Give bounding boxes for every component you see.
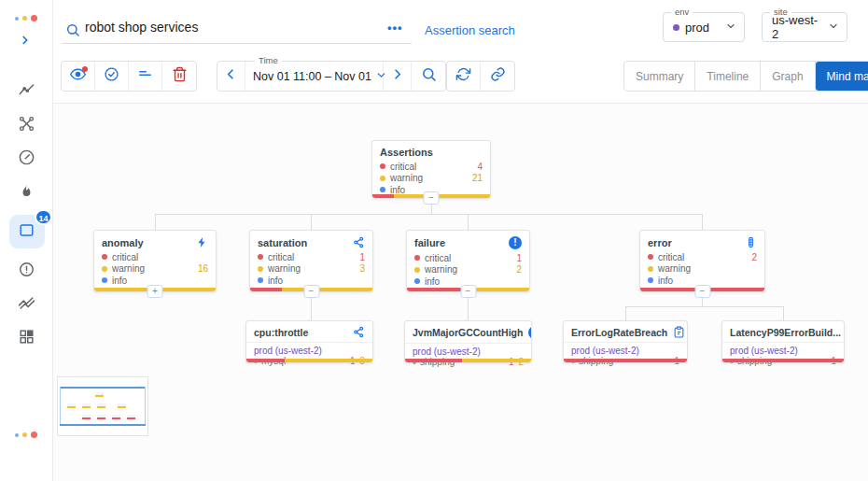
- share-link-button[interactable]: [481, 62, 514, 91]
- header: ••• Assertion search env prod site us-we…: [53, 0, 868, 56]
- search-input[interactable]: [85, 20, 365, 35]
- sidebar-expand-chevron-icon[interactable]: [19, 34, 32, 50]
- env-select[interactable]: env prod: [663, 12, 745, 42]
- collapse-button[interactable]: −: [460, 285, 476, 298]
- trend-line-icon: [18, 81, 35, 103]
- expand-button[interactable]: +: [147, 285, 163, 298]
- minimap-viewport-left: [60, 387, 61, 424]
- chevron-down-icon: [828, 21, 839, 35]
- notification-dot: [82, 66, 88, 72]
- node-assertions[interactable]: Assertions critical4 warning21 info −: [371, 140, 491, 199]
- node-jvm-major-gc-count-high[interactable]: JvmMajorGCCountHigh ! prod (us-west-2) s…: [404, 320, 532, 363]
- verified-filter-button[interactable]: [95, 62, 129, 91]
- collapse-button[interactable]: −: [694, 285, 710, 298]
- node-title: failure: [414, 237, 445, 248]
- connector: [155, 214, 703, 215]
- critical-dot-icon: [380, 163, 385, 169]
- site-select[interactable]: site us-west-2: [762, 12, 847, 42]
- tab-mind-map[interactable]: Mind map: [816, 62, 868, 91]
- node-saturation[interactable]: saturation critical1 warning3 info −: [249, 230, 373, 292]
- minimap[interactable]: [57, 376, 148, 436]
- node-failure[interactable]: failure ! critical1 warning2 info −: [406, 230, 530, 292]
- critical-dot-icon: [414, 255, 420, 261]
- row-label: info: [112, 276, 127, 286]
- delete-button[interactable]: [162, 62, 196, 91]
- minimap-node: [127, 415, 135, 419]
- row-label: critical: [268, 252, 294, 262]
- search-underline: [62, 43, 412, 44]
- critical-dot-icon: [258, 254, 263, 260]
- time-picker-label: Time: [255, 55, 282, 65]
- node-error-log-rate-breach[interactable]: ErrorLogRateBreach prod (us-west-2) ship…: [563, 320, 688, 363]
- connector: [468, 214, 469, 230]
- sidebar-item-assertions[interactable]: 14: [9, 215, 45, 248]
- search-options-icon[interactable]: •••: [387, 21, 403, 35]
- flame-icon: [18, 182, 35, 204]
- refresh-button[interactable]: [447, 62, 481, 91]
- sidebar-item-gauge[interactable]: [11, 148, 43, 170]
- chevron-down-icon: [725, 21, 736, 35]
- mindmap-canvas[interactable]: Assertions critical4 warning21 info − an…: [53, 103, 868, 481]
- minimap-node: [118, 403, 126, 408]
- exclamation-circle-icon: !: [528, 326, 531, 339]
- sidebar-item-flame[interactable]: [11, 181, 43, 204]
- node-latency-p99-error-build[interactable]: LatencyP99ErrorBuild... prod (us-west-2)…: [721, 320, 845, 363]
- sidebar-item-entity-graph[interactable]: [11, 114, 43, 136]
- double-trend-icon: [18, 294, 35, 316]
- sidebar-item-trend[interactable]: [11, 80, 43, 103]
- time-next-button[interactable]: [384, 62, 412, 91]
- row-label: critical: [658, 252, 684, 262]
- magnifier-icon: [421, 66, 437, 86]
- env-select-value: prod: [685, 21, 709, 35]
- toolbar: Time Nov 01 11:00 – Nov 01 Summary Timel…: [53, 56, 868, 103]
- log-clipboard-icon: [673, 326, 685, 338]
- node-error[interactable]: error critical2 warning info −: [639, 230, 765, 292]
- tab-timeline[interactable]: Timeline: [695, 62, 761, 91]
- critical-dot-icon: [102, 254, 107, 260]
- node-env: prod (us-west-2): [722, 343, 844, 356]
- sort-button[interactable]: [129, 62, 162, 91]
- time-zoom-button[interactable]: [412, 62, 445, 91]
- assertion-search-link[interactable]: Assertion search: [425, 23, 515, 37]
- sidebar-item-alerts[interactable]: [11, 260, 43, 282]
- sidebar-item-dashboards[interactable]: [11, 327, 43, 349]
- connector: [155, 214, 156, 230]
- time-range-picker[interactable]: Time Nov 01 11:00 – Nov 01: [245, 62, 384, 91]
- chevron-left-icon: [223, 66, 239, 86]
- node-title: Assertions: [380, 147, 433, 158]
- row-label: warning: [425, 264, 457, 275]
- row-label: critical: [425, 253, 451, 263]
- node-title: ErrorLogRateBreach: [571, 327, 667, 338]
- node-title: error: [648, 237, 672, 248]
- tab-graph[interactable]: Graph: [761, 62, 815, 91]
- node-cpu-throttle[interactable]: cpu:throttle prod (us-west-2) mysql 13: [245, 320, 373, 363]
- node-title: JvmMajorGCCountHigh: [413, 327, 523, 338]
- minimap-node: [97, 415, 105, 419]
- minimap-node: [82, 403, 91, 408]
- site-select-value: us-west-2: [772, 13, 822, 41]
- visibility-toggle-button[interactable]: [62, 62, 95, 91]
- connector: [783, 306, 784, 320]
- minimap-viewport-top: [60, 387, 146, 389]
- row-count: 16: [198, 263, 208, 274]
- sidebar: 14: [0, 0, 53, 481]
- verified-check-icon: [104, 66, 119, 86]
- info-dot-icon: [258, 277, 263, 283]
- exclamation-circle-icon: !: [509, 236, 522, 249]
- node-anomaly[interactable]: anomaly critical warning16 info +: [93, 230, 217, 292]
- row-label: info: [268, 276, 283, 286]
- gauge-icon: [18, 149, 35, 170]
- node-title: LatencyP99ErrorBuild...: [730, 327, 841, 338]
- tab-summary[interactable]: Summary: [624, 62, 695, 91]
- share-nodes-icon: [353, 326, 365, 338]
- window-dots-bottom: [15, 431, 37, 438]
- sidebar-item-slo[interactable]: [11, 293, 43, 316]
- collapse-button[interactable]: −: [424, 191, 440, 205]
- view-tabs: Summary Timeline Graph Mind map: [623, 61, 868, 92]
- time-prev-button[interactable]: [217, 62, 245, 91]
- collapse-button[interactable]: −: [303, 285, 319, 298]
- env-select-label: env: [671, 7, 693, 17]
- dashboard-grid-icon: [18, 328, 35, 349]
- critical-dot-icon: [648, 254, 653, 260]
- node-env: prod (us-west-2): [405, 344, 531, 357]
